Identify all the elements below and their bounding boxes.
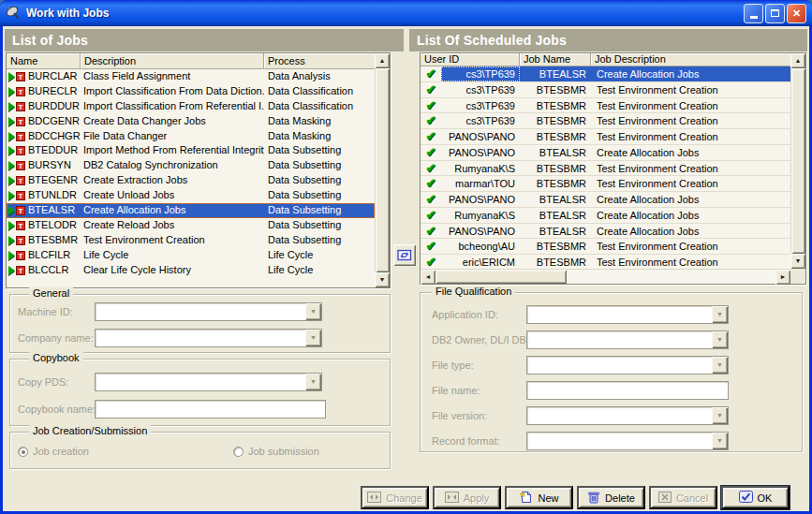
scroll-up-icon[interactable]: ▲ xyxy=(790,53,805,68)
maximize-button[interactable] xyxy=(765,4,785,23)
column-header-job-description[interactable]: Job Description xyxy=(591,53,790,66)
scheduled-list-vertical-scrollbar[interactable]: ▲ ▼ xyxy=(790,53,805,269)
job-description-cell: Import Method From Referential Integrity xyxy=(81,143,264,158)
file-name-input[interactable] xyxy=(526,381,729,400)
column-header-description[interactable]: Description xyxy=(81,53,264,68)
job-description-cell: Test Environment Creation xyxy=(591,239,790,254)
table-row[interactable]: TBTEALSRCreate Allocation JobsData Subse… xyxy=(7,203,375,218)
table-row[interactable]: ✔PANOS\PANOBTEALSRCreate Allocation Jobs xyxy=(421,224,790,240)
delete-button[interactable]: Delete xyxy=(577,486,645,509)
record-format-combo[interactable]: ▼ xyxy=(526,432,729,450)
file-type-combo[interactable]: ▼ xyxy=(526,356,729,374)
table-row[interactable]: ✔RumyanaK\SBTESBMRTest Environment Creat… xyxy=(421,161,790,177)
table-row[interactable]: TBURCLARClass Field AssignmentData Analy… xyxy=(7,69,375,84)
job-description-cell: Create Reload Jobs xyxy=(81,218,264,233)
scrollbar-thumb[interactable] xyxy=(376,68,390,272)
job-description-cell: Test Environment Creation xyxy=(591,176,790,191)
copy-pds-combo[interactable]: ▼ xyxy=(95,373,322,391)
table-row[interactable]: ✔cs3\TP639BTESBMRTest Environment Creati… xyxy=(421,113,790,129)
column-header-user-id[interactable]: User ID xyxy=(421,53,520,66)
chevron-down-icon[interactable]: ▼ xyxy=(712,357,728,374)
run-job-type-icon: T xyxy=(8,221,25,230)
table-row[interactable]: ✔cs3\TP639BTESBMRTest Environment Creati… xyxy=(421,82,790,98)
job-name-cell: TBTEDDUR xyxy=(7,143,81,158)
chevron-down-icon[interactable]: ▼ xyxy=(305,330,321,346)
job-name-cell: TBLCFILR xyxy=(7,248,81,263)
cancel-button-label: Cancel xyxy=(676,492,708,504)
close-button[interactable]: ✕ xyxy=(787,4,806,23)
scheduled-list-horizontal-scrollbar[interactable]: ◄ ► xyxy=(421,269,790,284)
minimize-button[interactable] xyxy=(744,4,763,23)
db2-owner-input[interactable] xyxy=(527,331,712,348)
scroll-left-icon[interactable]: ◄ xyxy=(421,270,436,285)
table-row[interactable]: ✔PANOS\PANOBTESBMRTest Environment Creat… xyxy=(421,129,790,145)
jobs-list-vertical-scrollbar[interactable]: ▲ ▼ xyxy=(375,53,390,287)
table-row[interactable]: TBLCCLRClear Life Cycle HistoryLife Cycl… xyxy=(7,263,375,278)
table-row[interactable]: ✔PANOS\PANOBTEALSRCreate Allocation Jobs xyxy=(421,145,790,161)
table-row[interactable]: TBTEGENRCreate Extraction JobsData Subse… xyxy=(7,173,375,188)
application-id-combo[interactable]: ▼ xyxy=(526,305,729,324)
chevron-down-icon[interactable]: ▼ xyxy=(712,306,728,323)
table-row[interactable]: TBURECLRImport Classification From Data … xyxy=(7,84,375,99)
apply-button[interactable]: Apply xyxy=(433,486,501,509)
job-name-cell: BTESBMR xyxy=(520,161,591,176)
column-header-process[interactable]: Process xyxy=(264,53,375,68)
check-icon: ✔ xyxy=(421,98,441,113)
table-row[interactable]: TBDCGENRCreate Data Changer JobsData Mas… xyxy=(7,114,375,129)
table-row[interactable]: TBDCCHGRFile Data ChangerData Masking xyxy=(7,129,375,144)
file-version-combo[interactable]: ▼ xyxy=(526,406,729,425)
chevron-down-icon[interactable]: ▼ xyxy=(712,407,728,424)
db2-owner-combo[interactable]: ▼ xyxy=(526,330,729,349)
job-description-cell: Test Environment Creation xyxy=(591,129,790,144)
job-submission-radio[interactable]: Job submission xyxy=(233,445,319,458)
scroll-up-icon[interactable]: ▲ xyxy=(375,53,390,68)
job-description-cell: Test Environment Creation xyxy=(591,82,790,97)
table-row[interactable]: TBURSYNDB2 Catalog SynchronizationData S… xyxy=(7,158,375,173)
apply-icon xyxy=(445,492,459,505)
machine-id-input[interactable] xyxy=(96,303,305,320)
chevron-down-icon[interactable]: ▼ xyxy=(712,433,728,449)
user-id-cell: cs3\TP639 xyxy=(441,98,520,113)
job-description-cell: DB2 Catalog Synchronization xyxy=(81,158,264,173)
company-name-input[interactable] xyxy=(96,330,305,346)
job-creation-radio[interactable]: Job creation xyxy=(18,445,89,458)
record-format-input[interactable] xyxy=(527,433,712,449)
table-row[interactable]: TBTESBMRTest Environment CreationData Su… xyxy=(7,233,375,248)
scroll-down-icon[interactable]: ▼ xyxy=(375,272,390,287)
table-row[interactable]: TBURDDURImport Classification From Refer… xyxy=(7,99,375,114)
chevron-down-icon[interactable]: ▼ xyxy=(305,303,321,320)
machine-id-combo[interactable]: ▼ xyxy=(95,302,322,321)
application-id-input[interactable] xyxy=(527,306,712,323)
table-row[interactable]: ✔marmar\TOUBTESBMRTest Environment Creat… xyxy=(421,176,790,192)
scrollbar-thumb[interactable] xyxy=(436,270,567,284)
table-row[interactable]: ✔RumyanaK\SBTEALSRCreate Allocation Jobs xyxy=(421,208,790,224)
ok-button[interactable]: OK xyxy=(721,486,790,509)
job-name-cell: TBTESBMR xyxy=(7,233,81,248)
general-group-title: General xyxy=(29,287,73,299)
scrollbar-thumb[interactable] xyxy=(791,68,805,254)
chevron-down-icon[interactable]: ▼ xyxy=(305,374,321,390)
table-row[interactable]: TBLCFILRLife CycleLife Cycle xyxy=(7,248,375,263)
title-bar[interactable]: Work with Jobs ✕ xyxy=(0,0,812,26)
table-row[interactable]: TBTEDDURImport Method From Referential I… xyxy=(7,143,375,158)
table-row[interactable]: ✔cs3\TP639BTEALSRCreate Allocation Jobs xyxy=(421,66,790,82)
table-row[interactable]: ✔cs3\TP639BTESBMRTest Environment Creati… xyxy=(421,98,790,114)
table-row[interactable]: TBTELODRCreate Reload JobsData Subsettin… xyxy=(7,218,375,233)
file-version-input[interactable] xyxy=(527,407,712,424)
table-row[interactable]: ✔PANOS\PANOBTEALSRCreate Allocation Jobs xyxy=(421,192,790,208)
column-header-name[interactable]: Name xyxy=(7,53,81,68)
column-header-job-name[interactable]: Job Name xyxy=(520,53,591,66)
company-name-combo[interactable]: ▼ xyxy=(95,329,322,347)
copy-pds-input[interactable] xyxy=(96,374,305,390)
chevron-down-icon[interactable]: ▼ xyxy=(712,331,728,348)
change-button[interactable]: Change xyxy=(361,486,429,509)
schedule-job-button[interactable] xyxy=(393,244,416,266)
file-type-input[interactable] xyxy=(527,357,712,374)
scroll-right-icon[interactable]: ► xyxy=(775,270,790,285)
table-row[interactable]: TBTUNLDRCreate Unload JobsData Subsettin… xyxy=(7,188,375,203)
new-button[interactable]: New xyxy=(505,486,573,509)
scroll-down-icon[interactable]: ▼ xyxy=(790,254,805,269)
cancel-button[interactable]: Cancel xyxy=(649,486,717,509)
table-row[interactable]: ✔bcheong\AUBTESBMRTest Environment Creat… xyxy=(421,239,790,255)
copybook-name-input[interactable] xyxy=(95,400,326,419)
